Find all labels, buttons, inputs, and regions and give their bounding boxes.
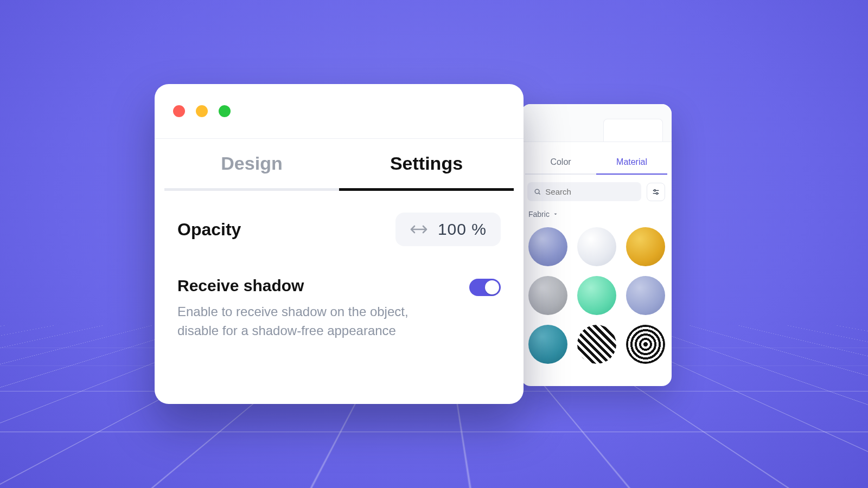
material-swatch-grid [521, 222, 672, 369]
search-icon [534, 188, 541, 196]
window-tabs: Design Settings [164, 139, 514, 191]
material-panel: Color Material Fabric [521, 104, 672, 386]
swatch-fabric-slate[interactable] [626, 276, 665, 315]
material-category-label: Fabric [528, 210, 550, 219]
tab-settings[interactable]: Settings [339, 139, 514, 191]
svg-point-3 [654, 189, 655, 191]
opacity-label: Opacity [177, 220, 241, 240]
receive-shadow-description: Enable to receive shadow on the object, … [177, 303, 411, 341]
receive-shadow-row: Receive shadow Enable to receive shadow … [155, 246, 524, 341]
receive-shadow-title: Receive shadow [177, 277, 411, 295]
swatch-fabric-blue[interactable] [528, 227, 567, 266]
tab-material[interactable]: Material [596, 152, 667, 175]
swatch-fabric-mint[interactable] [577, 276, 616, 315]
filter-button[interactable] [647, 183, 665, 201]
sliders-icon [652, 188, 660, 196]
swatch-fabric-gold[interactable] [626, 227, 665, 266]
swatch-fabric-grey[interactable] [528, 276, 567, 315]
traffic-light-zoom[interactable] [219, 105, 231, 117]
material-panel-white-tab [603, 119, 663, 142]
receive-shadow-toggle[interactable] [469, 279, 501, 296]
material-category[interactable]: Fabric [521, 207, 672, 222]
swatch-fabric-stripe[interactable] [626, 325, 665, 364]
opacity-field[interactable]: 100 % [395, 213, 501, 246]
chevron-down-icon [553, 211, 558, 217]
traffic-light-minimize[interactable] [196, 105, 208, 117]
toggle-knob [485, 280, 499, 294]
tab-design[interactable]: Design [164, 139, 339, 191]
material-panel-tabs: Color Material [521, 142, 672, 175]
horizontal-resize-icon [410, 224, 428, 234]
traffic-light-close[interactable] [173, 105, 185, 117]
material-search-input[interactable] [545, 187, 635, 196]
swatch-fabric-white[interactable] [577, 227, 616, 266]
material-panel-topbar [521, 104, 672, 142]
settings-window: Design Settings Opacity 100 % Receive sh… [155, 84, 524, 404]
window-titlebar [155, 84, 524, 138]
opacity-row: Opacity 100 % [155, 191, 524, 246]
svg-line-1 [539, 193, 540, 194]
svg-point-0 [535, 189, 539, 194]
swatch-fabric-houndstooth[interactable] [577, 325, 616, 364]
tab-color[interactable]: Color [525, 152, 596, 175]
material-search[interactable] [527, 182, 641, 201]
swatch-fabric-teal[interactable] [528, 325, 567, 364]
svg-point-5 [656, 192, 658, 194]
opacity-value: 100 % [438, 220, 487, 239]
